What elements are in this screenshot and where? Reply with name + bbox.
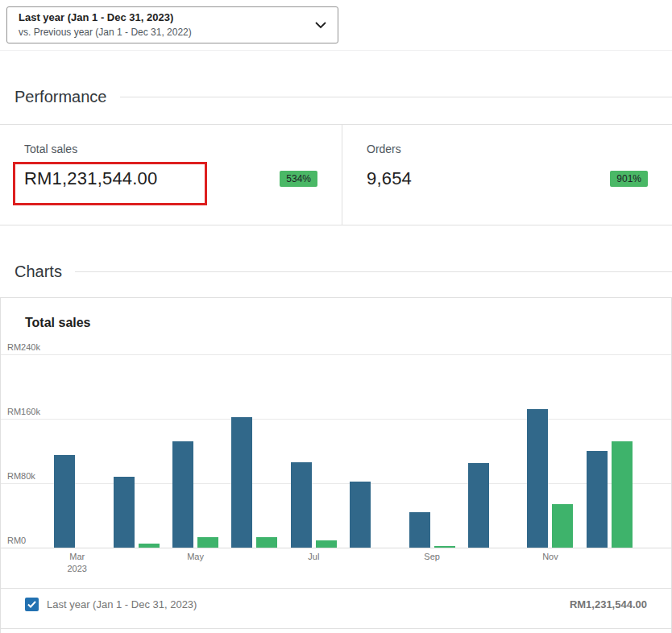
bars-area xyxy=(48,354,639,548)
x-axis-label: May xyxy=(166,551,225,577)
bar-group xyxy=(343,354,402,548)
stat-label: Total sales xyxy=(24,143,317,155)
charts-section-header: Charts xyxy=(15,263,672,281)
date-range-dropdown[interactable]: Last year (Jan 1 - Dec 31, 2023) vs. Pre… xyxy=(6,6,338,43)
change-badge: 534% xyxy=(280,171,317,187)
section-divider xyxy=(120,97,672,97)
chart-title: Total sales xyxy=(1,298,671,335)
y-axis-label: RM240k xyxy=(7,342,40,352)
x-axis-label xyxy=(106,551,165,577)
bar-group xyxy=(166,354,225,548)
x-axis-label: Jul xyxy=(284,551,343,577)
bar-group xyxy=(284,354,343,548)
bar xyxy=(587,451,608,548)
bar xyxy=(316,540,337,548)
gridline xyxy=(1,548,671,548)
check-icon xyxy=(27,601,36,608)
topbar: Last year (Jan 1 - Dec 31, 2023) vs. Pre… xyxy=(0,0,672,51)
x-axis-label xyxy=(462,551,521,577)
bar xyxy=(527,409,548,548)
charts-section: Charts Total sales RM240kRM160kRM80kRM0 … xyxy=(0,263,672,633)
date-range-primary: Last year (Jan 1 - Dec 31, 2023) xyxy=(19,10,192,26)
legend-label: Last year (Jan 1 - Dec 31, 2023) xyxy=(47,598,197,610)
y-axis-label: RM0 xyxy=(7,536,26,545)
x-axis-label: Sep xyxy=(402,551,461,577)
bar-group xyxy=(521,354,579,548)
x-axis-label: Mar2023 xyxy=(48,551,106,577)
bar-group xyxy=(48,354,106,548)
stat-value: 9,654 xyxy=(367,168,412,189)
stat-card-orders[interactable]: Orders 9,654 901% xyxy=(342,125,672,225)
bar xyxy=(434,546,455,548)
bar xyxy=(468,463,489,548)
y-axis-label: RM80k xyxy=(7,471,35,481)
performance-section-title: Performance xyxy=(15,88,107,106)
charts-section-title: Charts xyxy=(15,263,62,281)
bar xyxy=(114,477,135,548)
legend-checkbox[interactable] xyxy=(25,598,39,611)
y-axis-label: RM160k xyxy=(7,407,40,416)
bar-group xyxy=(402,354,461,548)
legend-row-divider xyxy=(1,628,671,631)
performance-section: Performance Total sales RM1,231,544.00 5… xyxy=(0,88,672,225)
bar-group xyxy=(462,354,521,548)
x-axis: Mar2023MayJulSepNov xyxy=(48,551,639,577)
change-badge: 901% xyxy=(610,171,648,187)
chart-legend-row: Last year (Jan 1 - Dec 31, 2023) RM1,231… xyxy=(1,588,671,620)
bar xyxy=(197,537,218,548)
x-axis-label xyxy=(225,551,284,577)
bar xyxy=(172,441,193,548)
total-sales-chart-card: Total sales RM240kRM160kRM80kRM0 Mar2023… xyxy=(0,297,672,633)
bar-group xyxy=(580,354,639,548)
stat-value: RM1,231,544.00 xyxy=(24,168,157,189)
bar xyxy=(350,482,371,548)
bar xyxy=(139,544,160,548)
bar xyxy=(54,455,75,548)
date-range-secondary: vs. Previous year (Jan 1 - Dec 31, 2022) xyxy=(19,26,192,39)
x-axis-label xyxy=(580,551,639,577)
total-sales-bar-chart: RM240kRM160kRM80kRM0 xyxy=(1,354,671,548)
bar xyxy=(552,504,573,548)
stat-label: Orders xyxy=(367,143,648,155)
stat-card-total-sales[interactable]: Total sales RM1,231,544.00 534% xyxy=(0,125,342,225)
bar xyxy=(256,537,277,548)
bar xyxy=(409,512,430,548)
bar-group xyxy=(225,354,284,548)
section-divider xyxy=(75,271,672,272)
performance-section-header: Performance xyxy=(15,88,672,106)
bar xyxy=(231,417,252,548)
bar-group xyxy=(106,354,165,548)
performance-cards: Total sales RM1,231,544.00 534% Orders 9… xyxy=(0,124,672,225)
legend-value: RM1,231,544.00 xyxy=(570,598,647,610)
x-axis-label xyxy=(343,551,402,577)
bar xyxy=(291,462,312,548)
chevron-down-icon xyxy=(315,22,326,29)
x-axis-label: Nov xyxy=(521,551,579,577)
bar xyxy=(612,441,633,548)
